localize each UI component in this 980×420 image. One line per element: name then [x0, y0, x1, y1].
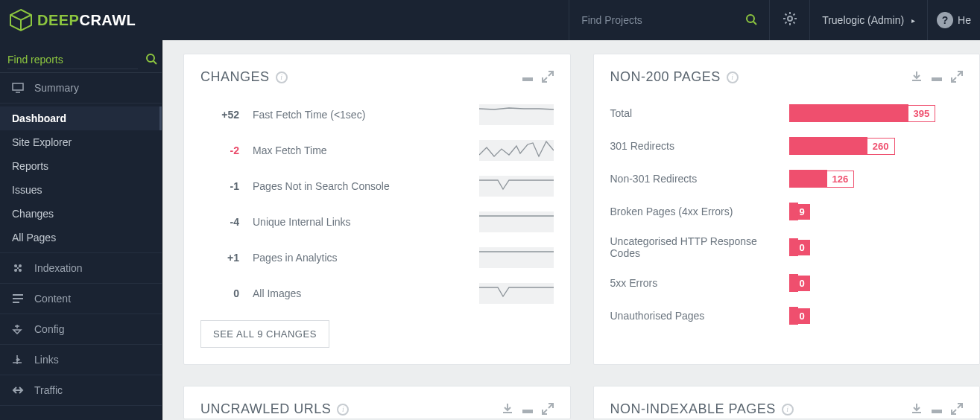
info-icon[interactable]: i — [782, 404, 794, 416]
bar-value: 395 — [908, 105, 936, 122]
changes-row[interactable]: 0All Images — [200, 276, 554, 311]
change-label: Unique Internal Links — [253, 216, 479, 228]
info-icon[interactable]: i — [727, 71, 739, 83]
sidebar-item-site-explorer[interactable]: Site Explorer — [0, 130, 162, 154]
content-icon — [12, 293, 28, 304]
expand-button[interactable] — [542, 403, 554, 416]
logo[interactable]: DEEPCRAWL — [0, 8, 162, 32]
card-non-200-pages: NON-200 PAGES i Total395301 Redirects260… — [593, 54, 981, 365]
sidebar-item-changes[interactable]: Changes — [0, 202, 162, 226]
sidebar-section-label: Links — [34, 354, 59, 366]
download-button[interactable] — [911, 71, 923, 84]
find-reports-input[interactable] — [7, 51, 138, 69]
changes-row[interactable]: -2Max Fetch Time — [200, 133, 554, 168]
bar-value: 0 — [794, 276, 810, 291]
bar-row[interactable]: Uncategorised HTTP Response Codes0 — [610, 228, 964, 267]
user-menu[interactable]: Truelogic (Admin) ▸ — [810, 0, 928, 40]
bar-fill — [789, 170, 827, 188]
sidebar-item-reports[interactable]: Reports — [0, 154, 162, 178]
sparkline — [479, 283, 554, 304]
minimize-button[interactable] — [932, 403, 942, 416]
sidebar-section-indexation[interactable]: Indexation — [0, 253, 162, 284]
find-reports-row — [0, 40, 162, 73]
bar-label: Unauthorised Pages — [610, 310, 789, 322]
expand-button[interactable] — [542, 71, 554, 84]
dash-icon — [522, 77, 533, 81]
card-title: UNCRAWLED URLS — [200, 401, 331, 417]
sidebar-section-links[interactable]: Links — [0, 345, 162, 375]
minimize-button[interactable] — [932, 71, 942, 84]
bar-track: 0 — [789, 238, 964, 256]
svg-point-21 — [16, 359, 19, 361]
sidebar-section-summary[interactable]: Summary — [0, 73, 162, 104]
gear-icon — [783, 11, 797, 30]
see-all-changes-button[interactable]: SEE ALL 9 CHANGES — [200, 320, 329, 348]
sidebar-section-label: Content — [34, 293, 71, 305]
card-non-indexable-pages: NON-INDEXABLE PAGES i — [593, 386, 981, 419]
bar-track: 260 — [789, 137, 964, 155]
sparkline — [479, 104, 554, 125]
dash-icon — [522, 410, 533, 413]
change-delta: -2 — [200, 144, 253, 156]
find-projects-placeholder: Find Projects — [581, 14, 642, 26]
svg-line-3 — [753, 22, 756, 25]
change-label: Max Fetch Time — [253, 144, 479, 156]
minimize-button[interactable] — [522, 71, 533, 84]
bar-row[interactable]: 5xx Errors0 — [610, 267, 964, 299]
changes-row[interactable]: -1Pages Not in Search Console — [200, 168, 554, 204]
sidebar-item-dashboard[interactable]: Dashboard — [0, 106, 162, 130]
bar-value: 260 — [867, 138, 895, 155]
changes-row[interactable]: -4Unique Internal Links — [200, 204, 554, 240]
bar-label: Uncategorised HTTP Response Codes — [610, 235, 789, 259]
bar-track: 0 — [789, 307, 964, 325]
bar-track: 0 — [789, 274, 964, 292]
sidebar-section-traffic[interactable]: Traffic — [0, 375, 162, 406]
sidebar-section-content[interactable]: Content — [0, 284, 162, 314]
expand-button[interactable] — [951, 71, 963, 84]
sparkline — [479, 211, 554, 232]
sparkline — [479, 140, 554, 161]
user-label: Truelogic (Admin) — [822, 14, 904, 26]
bar-row[interactable]: Non-301 Redirects126 — [610, 162, 964, 195]
download-button[interactable] — [502, 403, 513, 416]
monitor-icon — [12, 83, 28, 93]
search-icon[interactable] — [145, 53, 157, 67]
find-projects-search[interactable]: Find Projects — [569, 0, 770, 40]
help-label: He — [958, 14, 971, 26]
card-changes: CHANGES i +52Fast Fetch Time (<1sec)-2Ma… — [183, 54, 571, 365]
expand-button[interactable] — [951, 403, 963, 416]
download-button[interactable] — [911, 403, 923, 416]
bar-row[interactable]: Total395 — [610, 97, 964, 130]
change-label: Fast Fetch Time (<1sec) — [253, 109, 479, 121]
sidebar-section-label: Traffic — [34, 384, 63, 396]
config-icon — [12, 324, 28, 334]
traffic-icon — [12, 385, 28, 395]
bar-fill — [789, 137, 867, 155]
sidebar-section-config[interactable]: Config — [0, 314, 162, 345]
svg-point-4 — [788, 16, 792, 21]
bar-row[interactable]: Broken Pages (4xx Errors)9 — [610, 195, 964, 228]
bar-row[interactable]: Unauthorised Pages0 — [610, 299, 964, 332]
sidebar-section-label: Indexation — [34, 262, 83, 274]
change-label: Pages Not in Search Console — [253, 180, 479, 192]
change-delta: +52 — [200, 109, 253, 121]
info-icon[interactable]: i — [276, 71, 288, 83]
bar-fill — [789, 104, 908, 122]
minimize-button[interactable] — [522, 403, 533, 416]
logo-text: DEEPCRAWL — [37, 12, 136, 29]
info-icon[interactable]: i — [337, 404, 349, 416]
sidebar-item-all-pages[interactable]: All Pages — [0, 226, 162, 249]
svg-point-5 — [147, 54, 154, 62]
bar-track: 395 — [789, 104, 964, 122]
caret-right-icon: ▸ — [911, 16, 915, 25]
main-content: CHANGES i +52Fast Fetch Time (<1sec)-2Ma… — [162, 40, 980, 420]
change-label: Pages in Analytics — [253, 252, 479, 264]
bar-row[interactable]: 301 Redirects260 — [610, 130, 964, 162]
changes-row[interactable]: +52Fast Fetch Time (<1sec) — [200, 97, 554, 133]
help-button[interactable]: ? He — [928, 0, 980, 40]
changes-row[interactable]: +1Pages in Analytics — [200, 240, 554, 276]
bar-label: Non-301 Redirects — [610, 173, 789, 185]
sparkline — [479, 247, 554, 268]
settings-button[interactable] — [770, 0, 810, 40]
sidebar-item-issues[interactable]: Issues — [0, 178, 162, 202]
